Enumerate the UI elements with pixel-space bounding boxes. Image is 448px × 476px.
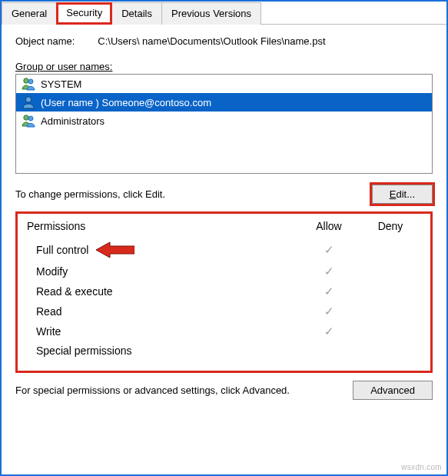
annotation-arrow-icon — [96, 241, 134, 258]
watermark-text: wsxdn.com — [401, 463, 442, 471]
allow-check-icon: ✓ — [298, 305, 360, 318]
tab-details[interactable]: Details — [111, 2, 162, 25]
users-group-icon — [21, 76, 36, 92]
object-name-row: Object name: C:\Users\ name\Documents\Ou… — [15, 35, 433, 47]
permission-row-write: Write ✓ — [27, 321, 421, 341]
group-users-label: Group or user names: — [15, 61, 112, 72]
list-item-label: Administrators — [41, 115, 105, 127]
tab-previous-versions[interactable]: Previous Versions — [161, 2, 261, 25]
permissions-header: Permissions Allow Deny — [27, 220, 421, 232]
advanced-text: For special permissions or advanced sett… — [15, 384, 340, 396]
allow-header: Allow — [298, 220, 360, 232]
change-permissions-row: To change permissions, click Edit. Edit.… — [15, 185, 433, 204]
permission-label: Special permissions — [36, 345, 298, 357]
permissions-header-label: Permissions — [27, 220, 298, 232]
svg-point-0 — [24, 78, 28, 83]
user-icon — [21, 95, 36, 110]
permission-row-modify: Modify ✓ — [27, 261, 421, 281]
permission-label: Read & execute — [36, 285, 298, 298]
edit-button-rest: dit... — [396, 188, 415, 200]
list-item-label: SYSTEM — [41, 78, 81, 90]
allow-check-icon: ✓ — [298, 325, 360, 338]
tab-strip: General Security Details Previous Versio… — [2, 2, 446, 25]
permission-row-read-execute: Read & execute ✓ — [27, 281, 421, 301]
advanced-button[interactable]: Advanced — [353, 381, 433, 400]
svg-point-1 — [28, 79, 33, 84]
permission-row-read: Read ✓ — [27, 301, 421, 321]
permission-label: Full control — [36, 244, 88, 256]
allow-check-icon: ✓ — [298, 265, 360, 278]
advanced-row: For special permissions or advanced sett… — [15, 381, 433, 400]
list-item-administrators[interactable]: Administrators — [16, 112, 432, 130]
svg-point-4 — [28, 116, 33, 121]
list-item-system[interactable]: SYSTEM — [16, 75, 432, 93]
permission-label: Modify — [36, 265, 298, 278]
svg-marker-5 — [96, 242, 134, 258]
permission-row-special: Special permissions — [27, 341, 421, 360]
svg-point-3 — [24, 115, 28, 120]
deny-header: Deny — [360, 220, 421, 232]
group-users-listbox[interactable]: SYSTEM (User name ) Someone@contoso.com — [15, 74, 433, 174]
dialog-body: Object name: C:\Users\ name\Documents\Ou… — [2, 25, 446, 408]
permission-label: Write — [36, 325, 298, 338]
properties-dialog: General Security Details Previous Versio… — [0, 0, 448, 476]
svg-point-2 — [25, 97, 32, 103]
permission-row-full-control: Full control ✓ — [27, 238, 421, 261]
allow-check-icon: ✓ — [298, 243, 360, 257]
allow-check-icon: ✓ — [298, 285, 360, 298]
permission-label: Read — [36, 305, 298, 318]
object-name-value: C:\Users\ name\Documents\Outlook Files\n… — [98, 35, 325, 47]
edit-button[interactable]: Edit... — [372, 185, 433, 204]
object-name-label: Object name: — [15, 35, 75, 47]
list-item-label: (User name ) Someone@contoso.com — [41, 97, 211, 108]
list-item-selected-user[interactable]: (User name ) Someone@contoso.com — [16, 93, 432, 112]
users-group-icon — [21, 113, 36, 128]
permissions-panel: Permissions Allow Deny Full control ✓ — [15, 211, 433, 373]
tab-security[interactable]: Security — [56, 2, 112, 25]
tab-general[interactable]: General — [2, 2, 57, 25]
change-permissions-text: To change permissions, click Edit. — [15, 188, 165, 200]
